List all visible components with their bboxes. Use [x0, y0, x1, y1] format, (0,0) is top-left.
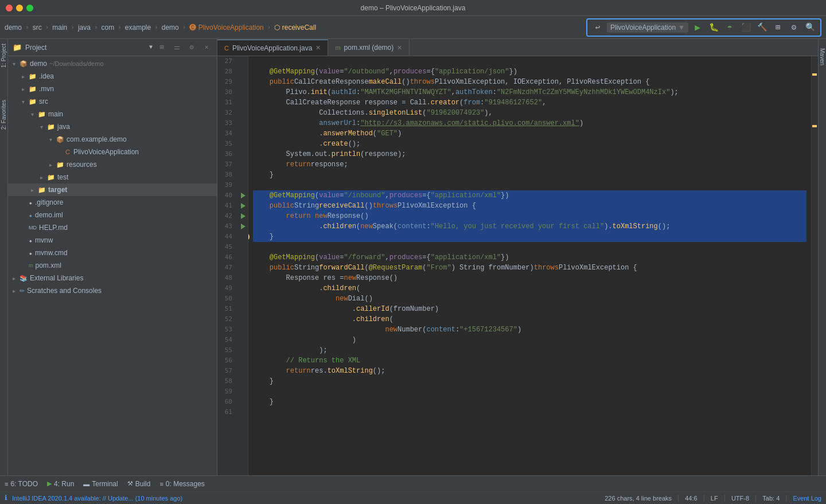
tree-item-external-libs[interactable]: ▸ 📚 External Libraries	[8, 272, 217, 284]
breadcrumb-java[interactable]: java	[78, 24, 91, 32]
status-indent[interactable]: Tab: 4	[762, 495, 780, 502]
tree-arrow: ▸	[13, 288, 20, 294]
tree-item-main[interactable]: ▾ 📁 main	[8, 108, 217, 120]
gitignore-icon: ⬥	[29, 199, 33, 206]
tree-arrow: ▸	[49, 162, 56, 168]
gutter-61	[238, 407, 248, 417]
tree-item-demo-root[interactable]: ▾ 📦 demo ~/Downloads/demo	[8, 57, 217, 70]
gutter-44	[238, 232, 248, 242]
code-line-47: public String forwardCall(@RequestParam(…	[253, 263, 806, 273]
tree-label: target	[48, 186, 67, 194]
layout-button[interactable]: ⊞	[771, 21, 785, 34]
tree-item-demo-iml[interactable]: ▸ ⬥ demo.iml	[8, 209, 217, 221]
tree-item-mvn[interactable]: ▸ 📁 .mvn	[8, 83, 217, 95]
breadcrumb-src[interactable]: src	[33, 24, 42, 32]
tree-label: mvnw	[35, 236, 53, 244]
breadcrumb-class[interactable]: 🅒 PlivoVoiceApplication	[189, 24, 263, 32]
build-panel-button[interactable]: ⚒ Build	[127, 480, 151, 488]
breadcrumb-demo[interactable]: demo	[5, 24, 22, 32]
tree-item-help-md[interactable]: ▸ MD HELP.md	[8, 221, 217, 234]
idea-folder-icon: 📁	[29, 73, 37, 80]
window-title: demo – PlivoVoiceApplication.java	[361, 4, 466, 12]
tree-item-resources[interactable]: ▸ 📁 resources	[8, 158, 217, 171]
tree-label: .mvn	[39, 85, 54, 93]
line-50: 50	[217, 294, 236, 304]
breadcrumb-main[interactable]: main	[52, 24, 67, 32]
project-settings-button[interactable]: ⚙	[186, 42, 197, 53]
tree-item-target[interactable]: ▸ 📁 target	[8, 183, 217, 196]
project-dropdown-icon[interactable]: ▼	[149, 44, 153, 50]
code-area[interactable]: @GetMapping(value="/outbound", produces=…	[248, 56, 811, 475]
breadcrumb-method[interactable]: ⬡ receiveCall	[274, 24, 316, 32]
tree-item-mvnw-cmd[interactable]: ▸ ⬥ mvnw.cmd	[8, 247, 217, 259]
status-encoding[interactable]: UTF-8	[731, 495, 749, 502]
tab-close-java[interactable]: ✕	[315, 44, 321, 52]
tree-item-test[interactable]: ▸ 📁 test	[8, 171, 217, 183]
build-button[interactable]: 🔨	[755, 21, 769, 34]
breadcrumb-demo2[interactable]: demo	[162, 24, 179, 32]
line-41: 41	[217, 201, 236, 211]
minimize-button[interactable]	[16, 5, 23, 11]
settings-button[interactable]: ⚙	[787, 21, 801, 34]
status-lf[interactable]: LF	[711, 495, 718, 502]
gutter-52	[238, 314, 248, 325]
search-button[interactable]: 🔍	[803, 21, 817, 34]
gutter-37	[238, 159, 248, 170]
project-close-button[interactable]: ✕	[201, 42, 212, 53]
breadcrumb-com[interactable]: com	[102, 24, 115, 32]
line-58: 58	[217, 376, 236, 386]
tree-item-idea[interactable]: ▸ 📁 .idea	[8, 70, 217, 83]
run-button[interactable]: ▶	[691, 21, 704, 34]
sidebar-tab-project[interactable]: 1: Project	[1, 41, 7, 70]
status-event-log[interactable]: Event Log	[793, 495, 821, 502]
coverage-button[interactable]: ☂	[723, 21, 737, 34]
tree-item-src[interactable]: ▾ 📁 src	[8, 95, 217, 108]
gutter-35	[238, 139, 248, 149]
tree-item-scratches[interactable]: ▸ ✏ Scratches and Consoles	[8, 284, 217, 297]
maximize-button[interactable]	[26, 5, 33, 11]
terminal-button[interactable]: ▬ Terminal	[83, 480, 118, 488]
maven-label[interactable]: Maven	[819, 48, 825, 65]
project-sync-button[interactable]: ⊞	[156, 42, 167, 53]
tree-item-pom-xml[interactable]: ▸ m pom.xml	[8, 259, 217, 272]
code-line-34: .answerMethod("GET")	[253, 128, 806, 139]
terminal-icon: ▬	[83, 480, 89, 487]
messages-button[interactable]: ≡ 0: Messages	[159, 480, 204, 488]
tab-plivo-java[interactable]: C PlivoVoiceApplication.java ✕	[217, 40, 328, 56]
gutter-58	[238, 376, 248, 386]
tree-item-plivo-class[interactable]: ▸ C PlivoVoiceApplication	[8, 146, 217, 158]
sidebar-tab-favorites[interactable]: 2: Favorites	[1, 97, 7, 132]
tab-close-xml[interactable]: ✕	[397, 44, 402, 52]
tree-item-gitignore[interactable]: ▸ ⬥ .gitignore	[8, 196, 217, 209]
resources-folder-icon: 📁	[56, 161, 64, 169]
tree-item-package[interactable]: ▾ 📦 com.example.demo	[8, 133, 217, 146]
code-line-38: }	[253, 170, 806, 180]
window-controls	[6, 5, 33, 11]
tab-pom-xml[interactable]: m pom.xml (demo) ✕	[328, 40, 410, 56]
stop-button[interactable]: ⬛	[739, 21, 753, 34]
tree-item-java-folder[interactable]: ▾ 📁 java	[8, 120, 217, 133]
close-button[interactable]	[6, 5, 13, 11]
status-update-message[interactable]: IntelliJ IDEA 2020.1.4 available: // Upd…	[12, 495, 182, 502]
xml-tab-icon: m	[335, 44, 340, 51]
line-57: 57	[217, 366, 236, 376]
messages-icon: ≡	[159, 480, 163, 487]
gutter-57	[238, 366, 248, 376]
todo-button[interactable]: ≡ 6: TODO	[5, 480, 38, 488]
debug-button[interactable]: 🐛	[707, 21, 720, 34]
breadcrumb-example[interactable]: example	[125, 24, 151, 32]
tree-arrow: ▸	[22, 86, 29, 92]
code-line-42: return new Response()	[253, 211, 806, 221]
run-config-selector[interactable]: PlivoVoiceApplication ▼	[607, 22, 688, 33]
run-panel-button[interactable]: ▶ 4: Run	[47, 480, 74, 488]
run-config-chevron: ▼	[678, 24, 685, 32]
tree-item-mvnw[interactable]: ▸ ⬥ mvnw	[8, 234, 217, 247]
back-button[interactable]: ↩	[591, 21, 605, 34]
status-position[interactable]: 44:6	[685, 495, 697, 502]
code-line-55: );	[253, 345, 806, 355]
line-49: 49	[217, 283, 236, 294]
gutter-28	[238, 67, 248, 77]
java-folder-icon: 📁	[47, 123, 55, 131]
project-layout-button[interactable]: ⚌	[171, 42, 182, 53]
tree-label: demo.iml	[35, 211, 63, 219]
